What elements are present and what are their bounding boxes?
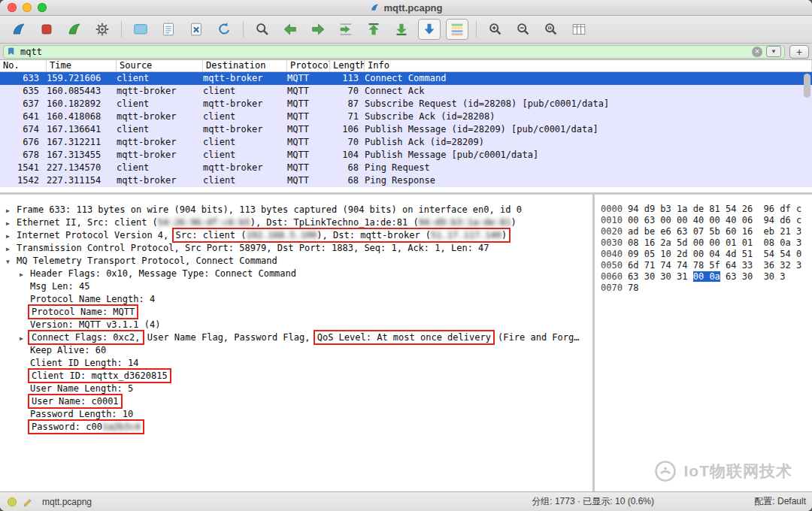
statusbar-profile[interactable]: 配置: Default (754, 495, 806, 508)
packet-cell: 635 (0, 85, 47, 98)
packet-row[interactable]: 1542227.311154mqtt-brokerclientMQTT68Pin… (0, 174, 812, 187)
detail-line[interactable]: ▼MQ Telemetry Transport Protocol, Connec… (0, 255, 592, 268)
detail-line[interactable]: Version: MQTT v3.1.1 (4) (0, 319, 592, 331)
close-window-button[interactable] (8, 3, 17, 12)
packet-list-scrollbar[interactable] (804, 74, 810, 189)
hex-line[interactable]: 007078 (601, 283, 812, 294)
detail-line[interactable]: Password Length: 10 (0, 408, 592, 421)
expand-arrow-icon[interactable]: ▶ (20, 332, 30, 345)
go-back-button[interactable] (279, 19, 301, 40)
packet-row[interactable]: 635160.085443mqtt-brokerclientMQTT70Conn… (0, 85, 812, 98)
hex-line[interactable]: 00506d 71 74 74 78 5f 64 33 36 32 3 (601, 260, 812, 271)
hex-line[interactable]: 001000 63 00 00 40 00 40 06 94 d6 c (601, 215, 812, 226)
hex-line[interactable]: 0020ad be e6 63 07 5b 60 16 eb 21 3 (601, 226, 812, 237)
detail-line[interactable]: Keep Alive: 60 (0, 344, 592, 357)
filter-add-button[interactable]: + (789, 45, 809, 59)
detail-text: Password: c00 (32, 422, 102, 432)
detail-line[interactable]: Msg Len: 45 (0, 280, 592, 293)
lower-panes: ▶Frame 633: 113 bytes on wire (904 bits)… (0, 195, 812, 491)
reload-file-button[interactable] (213, 19, 235, 40)
detail-line[interactable]: Client ID Length: 14 (0, 357, 592, 370)
column-header-info[interactable]: Info (365, 60, 812, 71)
packet-cell: mqtt-broker (203, 72, 287, 85)
packet-row[interactable]: 678167.313455mqtt-brokerclientMQTT104Pub… (0, 149, 812, 162)
hex-line[interactable]: 004009 05 10 2d 00 04 4d 51 54 54 0 (601, 249, 812, 260)
detail-line[interactable]: ▶Transmission Control Protocol, Src Port… (0, 242, 592, 255)
collapse-arrow-icon[interactable]: ▼ (6, 256, 17, 268)
capture-comment-pencil-icon[interactable] (23, 496, 35, 508)
zoom-out-button[interactable] (512, 19, 535, 40)
restart-capture-button[interactable] (63, 19, 86, 40)
detail-line[interactable]: Client ID: mqttx_d3620815 (0, 370, 592, 382)
column-header-time[interactable]: Time (47, 60, 117, 71)
open-capture-file-button[interactable] (129, 19, 152, 40)
detail-text: Frame 633: 113 bytes on wire (904 bits),… (17, 204, 522, 215)
fullscreen-window-button[interactable] (38, 3, 47, 12)
go-first-packet-button[interactable] (362, 19, 385, 40)
go-to-packet-button[interactable] (335, 19, 357, 40)
expert-info-icon[interactable] (6, 496, 18, 508)
packet-cell: MQTT (287, 85, 330, 98)
packet-row[interactable]: 1541227.134570clientmqtt-brokerMQTT68Pin… (0, 162, 812, 174)
filter-bookmark-icon[interactable] (7, 47, 17, 56)
column-header-destination[interactable]: Destination (203, 60, 287, 71)
hex-line[interactable]: 006063 30 30 31 00 0a 63 30 30 3 (601, 271, 812, 283)
column-header-length[interactable]: Length (330, 60, 365, 71)
packet-cell: Publish Message [pub/c0001/data] (365, 149, 812, 162)
packet-row[interactable]: 633159.721606clientmqtt-brokerMQTT113Con… (0, 72, 812, 85)
detail-line[interactable]: User Name Length: 5 (0, 382, 592, 395)
detail-line[interactable]: Protocol Name Length: 4 (0, 293, 592, 306)
capture-options-button[interactable] (91, 19, 114, 40)
packet-row[interactable]: 641160.418068mqtt-brokerclientMQTT71Subs… (0, 110, 812, 123)
packet-cell: Publish Ack (id=28209) (365, 136, 812, 149)
display-filter-value[interactable]: mqtt (20, 46, 748, 58)
packet-cell: MQTT (287, 110, 330, 123)
packet-row[interactable]: 676167.312211mqtt-brokerclientMQTT70Publ… (0, 136, 812, 149)
packet-row[interactable]: 674167.136641clientmqtt-brokerMQTT106Pub… (0, 123, 812, 136)
detail-line[interactable]: ▶Connect Flags: 0xc2, User Name Flag, Pa… (0, 331, 592, 344)
zoom-in-button[interactable] (484, 19, 507, 40)
expand-arrow-icon[interactable]: ▶ (6, 217, 17, 230)
hex-line[interactable]: 003008 16 2a 5d 00 00 01 01 08 0a 3 (601, 237, 812, 249)
detail-line[interactable]: ▶Header Flags: 0x10, Message Type: Conne… (0, 268, 592, 280)
zoom-in-icon (487, 21, 504, 38)
expand-arrow-icon[interactable]: ▶ (20, 268, 30, 281)
detail-text: Internet Protocol Version 4, (17, 230, 174, 240)
detail-line[interactable]: Protocol Name: MQTT (0, 306, 592, 319)
detail-line[interactable]: User Name: c0001 (0, 395, 592, 408)
display-filter-input[interactable]: mqtt × ▼ (3, 45, 785, 59)
zoom-original-button[interactable] (540, 19, 562, 40)
detail-line[interactable]: ▶Frame 633: 113 bytes on wire (904 bits)… (0, 204, 592, 216)
expand-arrow-icon[interactable]: ▶ (6, 230, 17, 243)
column-header-no[interactable]: No. (0, 60, 47, 71)
expand-arrow-icon[interactable]: ▶ (6, 243, 17, 256)
status-bar: mqtt.pcapng 分组: 1773 · 已显示: 10 (0.6%) 配置… (0, 491, 812, 511)
hex-line[interactable]: 000094 d9 b3 1a de 81 54 26 96 df c (601, 204, 812, 215)
start-capture-button[interactable] (8, 19, 30, 40)
column-header-source[interactable]: Source (117, 60, 203, 71)
filter-dropdown-icon[interactable]: ▼ (766, 46, 781, 57)
column-header-protocol[interactable]: Protocol (287, 60, 330, 71)
close-capture-file-button[interactable] (185, 19, 208, 40)
minimize-window-button[interactable] (23, 3, 32, 12)
hex-bytes: 00 63 00 00 40 00 40 06 94 d6 c (628, 215, 801, 225)
resize-columns-button[interactable] (568, 19, 590, 40)
filter-clear-icon[interactable]: × (752, 47, 762, 57)
go-last-packet-button[interactable] (390, 19, 413, 40)
go-forward-button[interactable] (307, 19, 329, 40)
scrollbar-thumb[interactable] (804, 74, 810, 98)
expand-arrow-icon[interactable]: ▶ (6, 204, 17, 217)
save-capture-file-button[interactable] (157, 19, 180, 40)
title-bar: mqtt.pcapng (0, 0, 812, 16)
detail-line[interactable]: ▶Internet Protocol Version 4, Src: clien… (0, 229, 592, 242)
packet-cell: 167.313455 (47, 149, 117, 162)
packet-cell: 106 (330, 123, 365, 136)
auto-scroll-toggle-button[interactable] (418, 19, 441, 40)
detail-line[interactable]: Password: c001a2b3c4 (0, 421, 592, 434)
open-file-icon (132, 21, 149, 38)
find-packet-button[interactable] (251, 19, 274, 40)
detail-line[interactable]: ▶Ethernet II, Src: client (54:26:96:df:c… (0, 216, 592, 229)
colorize-toggle-button[interactable] (446, 19, 468, 40)
packet-row[interactable]: 637160.182892clientmqtt-brokerMQTT87Subs… (0, 98, 812, 110)
stop-capture-button[interactable] (35, 19, 58, 40)
